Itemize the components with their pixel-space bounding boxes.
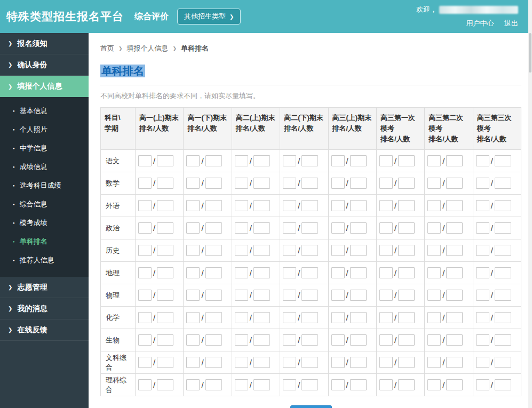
total-input[interactable]: [398, 357, 415, 368]
rank-input[interactable]: [186, 379, 200, 390]
total-input[interactable]: [446, 222, 463, 234]
total-input[interactable]: [205, 290, 222, 301]
total-input[interactable]: [301, 379, 318, 390]
total-input[interactable]: [253, 290, 270, 301]
total-input[interactable]: [253, 178, 270, 189]
rank-input[interactable]: [186, 334, 200, 346]
rank-input[interactable]: [427, 222, 441, 234]
total-input[interactable]: [398, 267, 415, 278]
total-input[interactable]: [157, 357, 173, 368]
total-input[interactable]: [350, 290, 367, 301]
rank-input[interactable]: [427, 334, 441, 346]
rank-input[interactable]: [235, 155, 248, 166]
total-input[interactable]: [205, 222, 222, 234]
total-input[interactable]: [205, 334, 222, 346]
total-input[interactable]: [495, 290, 511, 301]
rank-input[interactable]: [331, 290, 345, 301]
total-input[interactable]: [253, 222, 270, 234]
total-input[interactable]: [398, 290, 415, 301]
rank-input[interactable]: [476, 200, 489, 211]
total-input[interactable]: [301, 334, 318, 346]
rank-input[interactable]: [427, 267, 441, 278]
sidebar-item[interactable]: ❯确认身份: [0, 54, 89, 76]
total-input[interactable]: [157, 155, 173, 166]
rank-input[interactable]: [235, 245, 248, 256]
sidebar-subitem[interactable]: ●个人照片: [0, 120, 89, 139]
rank-input[interactable]: [476, 357, 489, 368]
total-input[interactable]: [446, 245, 463, 256]
rank-input[interactable]: [476, 290, 489, 301]
rank-input[interactable]: [331, 267, 345, 278]
total-input[interactable]: [157, 200, 173, 211]
total-input[interactable]: [446, 379, 463, 390]
logout-link[interactable]: 退出: [504, 19, 518, 27]
total-input[interactable]: [495, 312, 511, 323]
rank-input[interactable]: [283, 267, 296, 278]
rank-input[interactable]: [283, 334, 296, 346]
rank-input[interactable]: [138, 200, 152, 211]
total-input[interactable]: [157, 222, 173, 234]
rank-input[interactable]: [379, 267, 393, 278]
other-enroll-types-button[interactable]: 其他招生类型 ❯: [177, 9, 241, 25]
rank-input[interactable]: [476, 155, 489, 166]
rank-input[interactable]: [138, 178, 152, 189]
sidebar-subitem[interactable]: ●中学信息: [0, 139, 89, 157]
sidebar-subitem[interactable]: ●成绩信息: [0, 157, 89, 176]
total-input[interactable]: [301, 290, 318, 301]
sidebar-subitem[interactable]: ●综合信息: [0, 195, 89, 213]
rank-input[interactable]: [283, 290, 296, 301]
total-input[interactable]: [157, 267, 173, 278]
total-input[interactable]: [398, 178, 415, 189]
rank-input[interactable]: [186, 290, 200, 301]
rank-input[interactable]: [476, 379, 489, 390]
rank-input[interactable]: [476, 222, 489, 234]
total-input[interactable]: [157, 312, 173, 323]
total-input[interactable]: [350, 178, 367, 189]
total-input[interactable]: [253, 267, 270, 278]
rank-input[interactable]: [235, 290, 248, 301]
sidebar-item[interactable]: ❯填报个人信息: [0, 76, 89, 97]
breadcrumb-item[interactable]: 填报个人信息: [127, 44, 169, 53]
rank-input[interactable]: [283, 379, 296, 390]
rank-input[interactable]: [138, 222, 152, 234]
total-input[interactable]: [253, 155, 270, 166]
rank-input[interactable]: [283, 178, 296, 189]
total-input[interactable]: [398, 379, 415, 390]
rank-input[interactable]: [331, 222, 345, 234]
total-input[interactable]: [205, 312, 222, 323]
rank-input[interactable]: [186, 155, 200, 166]
rank-input[interactable]: [331, 312, 345, 323]
sidebar-subitem[interactable]: ●基本信息: [0, 101, 89, 120]
rank-input[interactable]: [427, 379, 441, 390]
rank-input[interactable]: [283, 155, 296, 166]
rank-input[interactable]: [331, 155, 345, 166]
total-input[interactable]: [446, 267, 463, 278]
total-input[interactable]: [446, 312, 463, 323]
sidebar-item[interactable]: ❯志愿管理: [0, 277, 89, 298]
rank-input[interactable]: [138, 312, 152, 323]
total-input[interactable]: [205, 245, 222, 256]
scrollbar[interactable]: [528, 0, 532, 408]
total-input[interactable]: [157, 245, 173, 256]
rank-input[interactable]: [138, 334, 152, 346]
rank-input[interactable]: [379, 155, 393, 166]
total-input[interactable]: [253, 357, 270, 368]
rank-input[interactable]: [186, 178, 200, 189]
total-input[interactable]: [398, 245, 415, 256]
rank-input[interactable]: [427, 245, 441, 256]
sidebar-subitem[interactable]: ●选考科目成绩: [0, 176, 89, 195]
rank-input[interactable]: [186, 222, 200, 234]
total-input[interactable]: [157, 379, 173, 390]
total-input[interactable]: [398, 312, 415, 323]
total-input[interactable]: [398, 200, 415, 211]
rank-input[interactable]: [476, 267, 489, 278]
sidebar-subitem[interactable]: ●单科排名: [0, 232, 89, 251]
sidebar-item[interactable]: ❯我的消息: [0, 298, 89, 319]
rank-input[interactable]: [331, 357, 345, 368]
total-input[interactable]: [446, 334, 463, 346]
total-input[interactable]: [446, 357, 463, 368]
total-input[interactable]: [253, 200, 270, 211]
total-input[interactable]: [301, 267, 318, 278]
rank-input[interactable]: [476, 178, 489, 189]
rank-input[interactable]: [379, 312, 393, 323]
